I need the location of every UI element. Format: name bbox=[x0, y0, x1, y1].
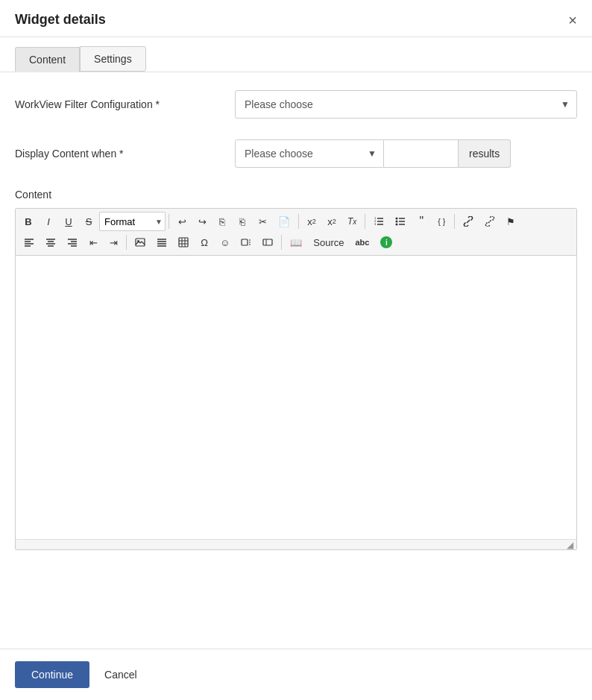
svg-rect-24 bbox=[136, 239, 145, 246]
editor-toolbar: B I U S Format Heading 1 Heading 2 Parag… bbox=[16, 209, 576, 256]
toolbar-divider-2 bbox=[298, 214, 299, 229]
underline-button[interactable]: U bbox=[59, 212, 78, 231]
format-select-wrapper: Format Heading 1 Heading 2 Paragraph ▼ bbox=[99, 212, 166, 231]
toolbar-divider-4 bbox=[454, 214, 455, 229]
align-full-button[interactable] bbox=[151, 233, 172, 252]
book-button[interactable]: 📖 bbox=[285, 233, 307, 252]
superscript-button[interactable]: x2 bbox=[322, 212, 341, 231]
unordered-list-button[interactable] bbox=[390, 212, 411, 231]
toolbar-divider-1 bbox=[169, 214, 169, 229]
image-button[interactable] bbox=[130, 233, 151, 252]
rich-text-editor: B I U S Format Heading 1 Heading 2 Parag… bbox=[15, 208, 577, 550]
toolbar-row-1: B I U S Format Heading 1 Heading 2 Parag… bbox=[19, 212, 573, 231]
flag-button[interactable]: ⚑ bbox=[501, 212, 520, 231]
align-center-button[interactable] bbox=[40, 233, 61, 252]
paste-plain-button[interactable]: 📄 bbox=[273, 212, 295, 231]
close-button[interactable]: × bbox=[568, 13, 577, 28]
info-icon: i bbox=[380, 236, 392, 248]
editor-content-area[interactable] bbox=[16, 256, 576, 539]
form-elements-button[interactable] bbox=[236, 233, 256, 252]
workview-required: * bbox=[156, 98, 160, 110]
svg-rect-39 bbox=[263, 239, 272, 245]
insert-code-button[interactable]: { } bbox=[432, 212, 451, 231]
remove-format-button[interactable]: Tx bbox=[342, 212, 362, 231]
bold-button[interactable]: B bbox=[19, 212, 38, 231]
continue-button[interactable]: Continue bbox=[15, 661, 89, 688]
special-char-button[interactable]: Ω bbox=[195, 233, 214, 252]
strikethrough-button[interactable]: S bbox=[79, 212, 98, 231]
tab-bar: Content Settings bbox=[0, 37, 592, 72]
smiley-button[interactable]: ☺ bbox=[215, 233, 235, 252]
align-left-button[interactable] bbox=[19, 233, 40, 252]
unlink-button[interactable] bbox=[479, 212, 500, 231]
copy-button[interactable]: ⎘ bbox=[212, 212, 232, 231]
toolbar-divider-5 bbox=[126, 235, 127, 250]
italic-button[interactable]: I bbox=[39, 212, 58, 231]
redo-button[interactable]: ↪ bbox=[192, 212, 212, 231]
modal-header: Widget details × bbox=[0, 0, 592, 37]
modal-body: WorkView Filter Configuration * Please c… bbox=[0, 72, 592, 568]
subscript-button[interactable]: x2 bbox=[302, 212, 321, 231]
svg-text:3.: 3. bbox=[374, 222, 377, 226]
cut-button[interactable]: ✂ bbox=[253, 212, 272, 231]
workview-filter-select[interactable]: Please choose bbox=[235, 90, 577, 119]
content-section: Content B I U S Format Heading 1 bbox=[15, 189, 577, 550]
info-button[interactable]: i bbox=[375, 233, 397, 252]
svg-point-9 bbox=[396, 218, 398, 220]
cancel-button[interactable]: Cancel bbox=[98, 661, 143, 688]
iframe-button[interactable] bbox=[257, 233, 278, 252]
svg-point-11 bbox=[396, 224, 398, 226]
table-insert-button[interactable] bbox=[173, 233, 194, 252]
display-content-label: Display Content when * bbox=[15, 148, 235, 160]
results-number-input[interactable] bbox=[384, 139, 459, 168]
undo-button[interactable]: ↩ bbox=[172, 212, 192, 231]
display-content-select[interactable]: Please choose bbox=[235, 139, 384, 168]
source-button[interactable]: Source bbox=[308, 233, 349, 252]
display-select-wrapper: Please choose ▼ bbox=[235, 139, 384, 168]
resize-icon: ◢ bbox=[567, 540, 573, 550]
tab-settings[interactable]: Settings bbox=[80, 46, 146, 72]
modal-title: Widget details bbox=[15, 12, 106, 28]
workview-filter-label: WorkView Filter Configuration * bbox=[15, 98, 235, 110]
display-content-row: Display Content when * Please choose ▼ r… bbox=[15, 139, 577, 168]
indent-increase-button[interactable]: ⇥ bbox=[104, 233, 123, 252]
align-right-button[interactable] bbox=[62, 233, 83, 252]
display-content-controls: Please choose ▼ results bbox=[235, 139, 511, 168]
indent-decrease-button[interactable]: ⇤ bbox=[84, 233, 103, 252]
link-button[interactable] bbox=[458, 212, 479, 231]
spellcheck-button[interactable]: abc bbox=[350, 233, 374, 252]
paste-button[interactable]: ⎗ bbox=[233, 212, 252, 231]
ordered-list-button[interactable]: 1.2.3. bbox=[368, 212, 389, 231]
toolbar-divider-3 bbox=[365, 214, 365, 229]
svg-rect-35 bbox=[242, 239, 248, 245]
svg-point-10 bbox=[396, 221, 398, 223]
toolbar-row-2: ⇤ ⇥ Ω ☺ bbox=[19, 233, 573, 252]
display-required: * bbox=[119, 148, 123, 160]
toolbar-divider-6 bbox=[281, 235, 282, 250]
blockquote-button[interactable]: " bbox=[412, 212, 431, 231]
workview-filter-select-wrapper: Please choose ▼ bbox=[235, 90, 577, 119]
widget-details-modal: Widget details × Content Settings WorkVi… bbox=[0, 0, 592, 700]
content-section-label: Content bbox=[15, 189, 577, 201]
editor-resize-handle[interactable]: ◢ bbox=[16, 539, 576, 549]
svg-rect-30 bbox=[179, 238, 188, 247]
modal-footer: Continue Cancel bbox=[0, 649, 592, 700]
results-label: results bbox=[459, 139, 511, 168]
format-select[interactable]: Format Heading 1 Heading 2 Paragraph bbox=[99, 212, 166, 231]
workview-filter-row: WorkView Filter Configuration * Please c… bbox=[15, 90, 577, 119]
tab-content[interactable]: Content bbox=[15, 47, 80, 72]
